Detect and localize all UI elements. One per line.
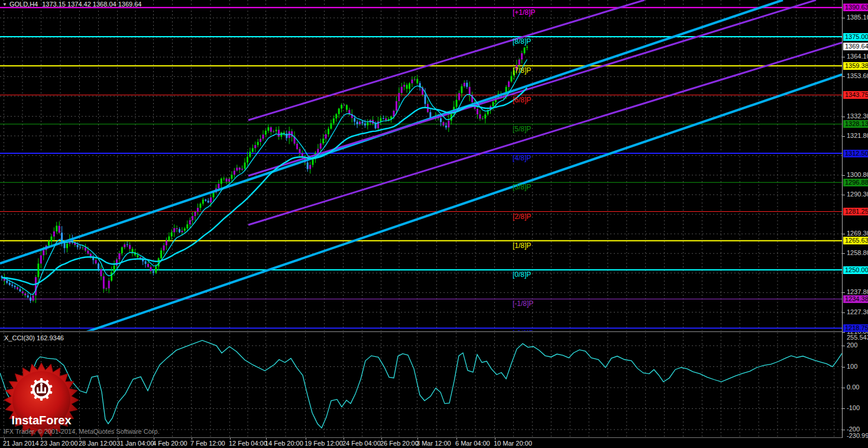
price-chart-pane[interactable]: [+1/8]P[8/8]P[7/8]P[6/8]P[5/8]P[4/8]P[3/… bbox=[0, 0, 842, 331]
mt4-chart-window: [+1/8]P[8/8]P[7/8]P[6/8]P[5/8]P[4/8]P[3/… bbox=[0, 0, 868, 448]
price-tick-label: 1321.80 bbox=[847, 132, 868, 139]
price-tick-mark bbox=[843, 57, 845, 57]
murrey-label: [3/8]P bbox=[513, 183, 531, 191]
murrey-label: [6/8]P bbox=[513, 96, 531, 104]
price-tick-mark bbox=[843, 117, 845, 117]
cci-indicator-label: X_CCI(30) 162.9346 bbox=[4, 334, 64, 341]
cci-tick-mark bbox=[843, 408, 845, 409]
price-level-chip: 1281.25 bbox=[843, 208, 868, 215]
ohlc-values: 1373.15 1374.42 1368.04 1369.64 bbox=[42, 1, 141, 8]
price-level-chip: 1265.63 bbox=[843, 237, 868, 244]
cci-tick-mark bbox=[843, 367, 845, 368]
price-axis[interactable]: 1385.101364.101353.601332.301321.801300.… bbox=[842, 0, 868, 438]
time-tick-label: 26 Feb 20:00 bbox=[380, 440, 419, 447]
price-level-chip: 1328.13 bbox=[843, 120, 868, 128]
price-level-chip: 1390.63 bbox=[843, 4, 868, 11]
time-tick-label: 31 Jan 04:00 bbox=[116, 440, 154, 447]
time-tick-label: 7 Feb 12:00 bbox=[190, 440, 225, 447]
murrey-lines-layer bbox=[0, 8, 842, 328]
price-level-chip: 1359.38 bbox=[843, 62, 868, 70]
murrey-label: [7/8]P bbox=[513, 66, 531, 75]
price-chart-svg: [+1/8]P[8/8]P[7/8]P[6/8]P[5/8]P[4/8]P[3/… bbox=[0, 0, 842, 331]
price-tick-label: 1290.30 bbox=[847, 191, 868, 198]
time-axis[interactable]: 21 Jan 201423 Jan 20:0028 Jan 12:0031 Ja… bbox=[0, 438, 868, 448]
cci-max-label: 255.5434 bbox=[847, 334, 868, 341]
time-tick-label: 21 Jan 2014 bbox=[3, 440, 39, 447]
price-tick-label: 1332.30 bbox=[847, 112, 868, 120]
price-tick-label: 1237.80 bbox=[847, 288, 868, 295]
time-tick-label: 12 Feb 04:00 bbox=[229, 440, 267, 447]
symbol-period-label: GOLD,H4 bbox=[9, 1, 38, 8]
price-level-chip: 1369.64 bbox=[843, 43, 868, 50]
price-level-chip: 1296.88 bbox=[843, 179, 868, 186]
time-tick-label: 4 Feb 20:00 bbox=[153, 440, 187, 447]
cci-tick-label: 100 bbox=[847, 363, 857, 370]
cci-grid-horizontal-layer bbox=[0, 346, 842, 430]
price-tick-mark bbox=[843, 195, 845, 195]
grid-vertical-layer bbox=[4, 0, 834, 331]
platform-watermark: IFX Trader, © 2001-2014, MetaQuotes Soft… bbox=[4, 428, 160, 435]
price-tick-label: 1364.10 bbox=[847, 53, 868, 60]
chart-title: ▼GOLD,H41373.15 1374.42 1368.04 1369.64 bbox=[2, 1, 141, 8]
time-tick-label: 14 Feb 20:00 bbox=[265, 440, 303, 447]
price-tick-mark bbox=[843, 234, 845, 234]
cci-line bbox=[0, 340, 842, 428]
murrey-label: [+1/8]P bbox=[513, 8, 535, 17]
price-tick-label: 1227.30 bbox=[847, 308, 868, 315]
price-tick-label: 1385.10 bbox=[847, 14, 868, 21]
price-tick-label: 1269.30 bbox=[847, 230, 868, 237]
logo-text: InstaForex bbox=[11, 414, 71, 427]
price-tick-mark bbox=[843, 312, 845, 313]
cci-tick-mark bbox=[843, 430, 845, 430]
time-tick-label: 10 Mar 20:00 bbox=[494, 440, 532, 447]
time-tick-label: 23 Jan 20:00 bbox=[40, 440, 78, 447]
price-level-chip: 1218.75 bbox=[843, 324, 868, 332]
trendlines-layer[interactable] bbox=[0, 0, 842, 331]
price-tick-mark bbox=[843, 292, 845, 293]
cci-tick-label: -100 bbox=[847, 404, 860, 411]
violet-line-upper bbox=[248, 0, 644, 120]
violet-line-lower bbox=[248, 43, 842, 225]
symbol-marker-icon: ▼ bbox=[2, 2, 7, 7]
price-tick-label: 1300.80 bbox=[847, 171, 868, 178]
price-tick-label: 1258.80 bbox=[847, 249, 868, 256]
murrey-label: [0/8]P bbox=[513, 270, 531, 279]
cci-chart-svg bbox=[0, 333, 842, 437]
cci-tick-label: 0.00 bbox=[847, 383, 859, 391]
price-tick-label: 1353.60 bbox=[847, 72, 868, 79]
time-tick-label: 6 Mar 04:00 bbox=[455, 440, 490, 447]
price-tick-mark bbox=[843, 253, 845, 254]
price-level-chip: 1312.50 bbox=[843, 150, 868, 157]
murrey-labels-layer: [+1/8]P[8/8]P[7/8]P[6/8]P[5/8]P[4/8]P[3/… bbox=[513, 8, 535, 331]
murrey-label: [8/8]P bbox=[513, 37, 531, 46]
time-tick-label: 3 Mar 12:00 bbox=[416, 440, 451, 447]
price-level-chip: 1234.38 bbox=[843, 295, 868, 303]
cci-tick-mark bbox=[843, 346, 845, 346]
time-tick-label: 24 Feb 04:00 bbox=[342, 440, 381, 447]
murrey-label: [5/8]P bbox=[513, 125, 531, 133]
murrey-label: [1/8]P bbox=[513, 241, 531, 250]
pane-separator[interactable] bbox=[0, 331, 868, 332]
cci-indicator-pane[interactable] bbox=[0, 333, 842, 437]
price-tick-mark bbox=[843, 136, 845, 137]
price-level-chip: 1343.75 bbox=[843, 91, 868, 99]
price-tick-mark bbox=[843, 175, 845, 176]
murrey-label: [2/8]P bbox=[513, 212, 531, 221]
murrey-label: [-1/8]P bbox=[513, 299, 533, 308]
cci-tick-mark bbox=[843, 388, 845, 388]
price-tick-mark bbox=[843, 76, 845, 77]
time-tick-label: 28 Jan 12:00 bbox=[79, 440, 116, 447]
time-tick-label: 19 Feb 12:00 bbox=[305, 440, 343, 447]
price-level-chip: 1250.00 bbox=[843, 266, 868, 274]
price-level-chip: 1375.00 bbox=[843, 33, 868, 41]
cci-grid-vertical-layer bbox=[4, 333, 834, 437]
grid-horizontal-layer bbox=[0, 18, 842, 331]
cci-tick-label: 200 bbox=[847, 341, 857, 349]
price-tick-mark bbox=[843, 18, 845, 18]
murrey-label: [-2/8]P bbox=[513, 329, 533, 331]
moving-average-line bbox=[2, 88, 527, 285]
murrey-label: [4/8]P bbox=[513, 154, 531, 162]
